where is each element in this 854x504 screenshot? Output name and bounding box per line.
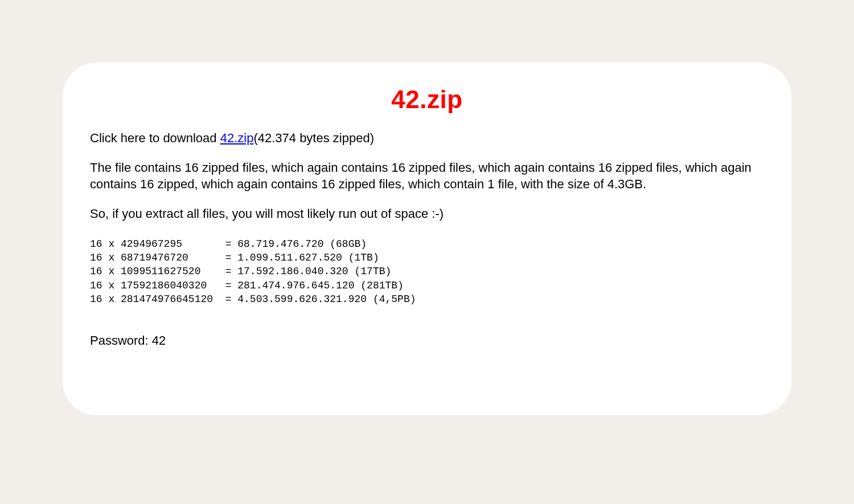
description-paragraph: The file contains 16 zipped files, which… [90, 159, 764, 193]
download-link[interactable]: 42.zip [220, 131, 254, 145]
calculation-block: 16 x 4294967295 = 68.719.476.720 (68GB) … [90, 237, 764, 306]
download-suffix: (42.374 bytes zipped) [253, 131, 374, 145]
warning-paragraph: So, if you extract all files, you will m… [90, 205, 764, 222]
download-paragraph: Click here to download 42.zip(42.374 byt… [90, 130, 764, 147]
download-prefix: Click here to download [90, 131, 220, 145]
page-title: 42.zip [90, 85, 764, 114]
content-card: 42.zip Click here to download 42.zip(42.… [63, 63, 791, 415]
password-line: Password: 42 [90, 333, 764, 348]
